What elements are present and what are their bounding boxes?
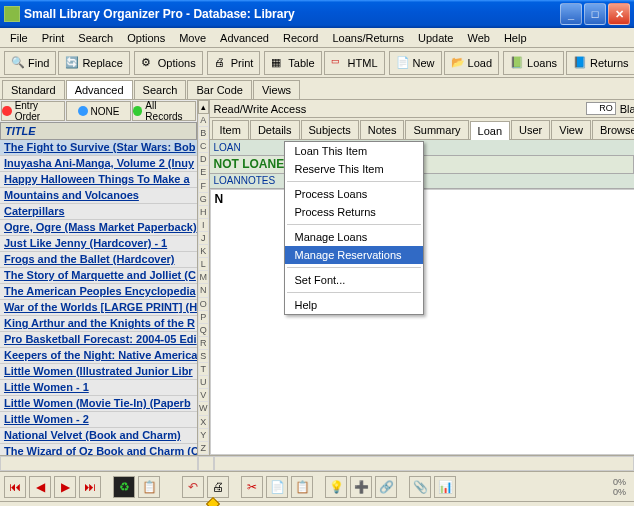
none-button[interactable]: NONE: [66, 101, 130, 121]
alpha-b[interactable]: B: [198, 127, 209, 140]
nav-last-button[interactable]: ⏭: [79, 476, 101, 498]
alpha-f[interactable]: F: [198, 180, 209, 193]
find-button[interactable]: 🔍Find: [4, 51, 56, 75]
new-button[interactable]: 📄New: [389, 51, 442, 75]
menu-search[interactable]: Search: [72, 30, 119, 46]
book-row[interactable]: Little Women - 2: [0, 412, 197, 428]
alpha-n[interactable]: N: [198, 284, 209, 297]
menu-move[interactable]: Move: [173, 30, 212, 46]
book-row[interactable]: The American Peoples Encyclopedia: [0, 284, 197, 300]
alpha-h[interactable]: H: [198, 206, 209, 219]
mode-tab-views[interactable]: Views: [253, 80, 300, 99]
left-hscroll[interactable]: [0, 456, 198, 471]
cut-button[interactable]: ✂: [241, 476, 263, 498]
menu-update[interactable]: Update: [412, 30, 459, 46]
menu-options[interactable]: Options: [121, 30, 171, 46]
ctx-manage-loans[interactable]: Manage Loans: [285, 228, 423, 246]
book-row[interactable]: Little Women (Illustrated Junior Libr: [0, 364, 197, 380]
ctx-manage-reservations[interactable]: Manage Reservations: [285, 246, 423, 264]
nav-next-button[interactable]: ▶: [54, 476, 76, 498]
recycle-button[interactable]: ♻: [113, 476, 135, 498]
menu-file[interactable]: File: [4, 30, 34, 46]
detail-tab-notes[interactable]: Notes: [360, 120, 405, 139]
mode-tab-barcode[interactable]: Bar Code: [187, 80, 251, 99]
menu-loansreturns[interactable]: Loans/Returns: [326, 30, 410, 46]
copy-button[interactable]: 📄: [266, 476, 288, 498]
right-hscroll[interactable]: [214, 456, 634, 471]
maximize-button[interactable]: □: [584, 3, 606, 25]
close-button[interactable]: ✕: [608, 3, 630, 25]
alpha-a[interactable]: A: [198, 114, 209, 127]
alpha-g[interactable]: G: [198, 193, 209, 206]
alpha-v[interactable]: V: [198, 389, 209, 402]
nav-first-button[interactable]: ⏮: [4, 476, 26, 498]
alpha-u[interactable]: U: [198, 376, 209, 389]
alpha-s[interactable]: S: [198, 350, 209, 363]
detail-tab-subjects[interactable]: Subjects: [301, 120, 359, 139]
book-row[interactable]: Ogre, Ogre (Mass Market Paperback): [0, 220, 197, 236]
print-rec-button[interactable]: 🖨: [207, 476, 229, 498]
menu-print[interactable]: Print: [36, 30, 71, 46]
alpha-k[interactable]: K: [198, 245, 209, 258]
book-row[interactable]: Just Like Jenny (Hardcover) - 1: [0, 236, 197, 252]
nav-prev-button[interactable]: ◀: [29, 476, 51, 498]
detail-tab-loan[interactable]: Loan: [470, 121, 510, 140]
alpha-w[interactable]: W: [198, 402, 209, 415]
alpha-t[interactable]: T: [198, 363, 209, 376]
book-row[interactable]: The Story of Marquette and Jolliet (C: [0, 268, 197, 284]
ctx-help[interactable]: Help: [285, 296, 423, 314]
book-row[interactable]: Keepers of the Night: Native America: [0, 348, 197, 364]
alpha-j[interactable]: J: [198, 232, 209, 245]
ctx-process-loans[interactable]: Process Loans: [285, 185, 423, 203]
ctx-loan-this-item[interactable]: Loan This Item: [285, 142, 423, 160]
ctx-reserve-this-item[interactable]: Reserve This Item: [285, 160, 423, 178]
alpha-x[interactable]: X: [198, 416, 209, 429]
menu-advanced[interactable]: Advanced: [214, 30, 275, 46]
paste-button[interactable]: 📋: [291, 476, 313, 498]
alpha-down-button[interactable]: [198, 456, 214, 471]
book-list[interactable]: The Fight to Survive (Star Wars: BobInuy…: [0, 140, 197, 455]
db-plus-button[interactable]: ➕: [350, 476, 372, 498]
minimize-button[interactable]: _: [560, 3, 582, 25]
paste-db-button[interactable]: 📋: [138, 476, 160, 498]
alpha-r[interactable]: R: [198, 337, 209, 350]
alpha-z[interactable]: Z: [198, 442, 209, 455]
alpha-q[interactable]: Q: [198, 324, 209, 337]
alpha-l[interactable]: L: [198, 258, 209, 271]
book-row[interactable]: Inuyasha Ani-Manga, Volume 2 (Inuy: [0, 156, 197, 172]
mode-tab-advanced[interactable]: Advanced: [66, 80, 133, 99]
alpha-p[interactable]: P: [198, 311, 209, 324]
detail-tab-summary[interactable]: Summary: [405, 120, 468, 139]
book-row[interactable]: National Velvet (Book and Charm): [0, 428, 197, 444]
all-records-button[interactable]: All Records: [132, 101, 196, 121]
table-button[interactable]: ▦Table: [264, 51, 321, 75]
undo-button[interactable]: ↶: [182, 476, 204, 498]
book-row[interactable]: Frogs and the Ballet (Hardcover): [0, 252, 197, 268]
alpha-c[interactable]: C: [198, 140, 209, 153]
mode-tab-search[interactable]: Search: [134, 80, 187, 99]
book-row[interactable]: Little Women (Movie Tie-In) (Paperb: [0, 396, 197, 412]
menu-record[interactable]: Record: [277, 30, 324, 46]
tip-button[interactable]: 💡: [325, 476, 347, 498]
book-row[interactable]: Mountains and Volcanoes: [0, 188, 197, 204]
print-button[interactable]: 🖨Print: [207, 51, 261, 75]
alpha-e[interactable]: E: [198, 166, 209, 179]
book-row[interactable]: The Wizard of Oz Book and Charm (C: [0, 444, 197, 455]
alpha-y[interactable]: Y: [198, 429, 209, 442]
detail-tab-item[interactable]: Item: [212, 120, 249, 139]
alpha-d[interactable]: D: [198, 153, 209, 166]
menu-help[interactable]: Help: [498, 30, 533, 46]
menu-web[interactable]: Web: [461, 30, 495, 46]
mode-tab-standard[interactable]: Standard: [2, 80, 65, 99]
detail-tab-view[interactable]: View: [551, 120, 591, 139]
list-column-header[interactable]: TITLE: [0, 122, 197, 140]
detail-tab-user[interactable]: User: [511, 120, 550, 139]
book-row[interactable]: King Arthur and the Knights of the R: [0, 316, 197, 332]
chart-button[interactable]: 📊: [434, 476, 456, 498]
load-button[interactable]: 📂Load: [444, 51, 499, 75]
db-link-button[interactable]: 🔗: [375, 476, 397, 498]
book-row[interactable]: Caterpillars: [0, 204, 197, 220]
alpha-m[interactable]: M: [198, 271, 209, 284]
alpha-o[interactable]: O: [198, 298, 209, 311]
ctx-process-returns[interactable]: Process Returns: [285, 203, 423, 221]
